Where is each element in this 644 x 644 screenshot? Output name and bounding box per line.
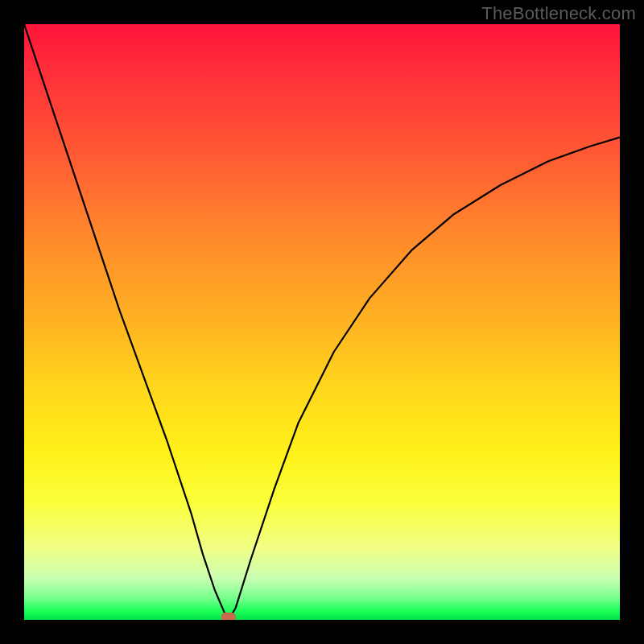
chart-frame: TheBottleneck.com (0, 0, 644, 644)
minimum-marker (221, 613, 236, 620)
bottleneck-curve (24, 24, 620, 620)
watermark-text: TheBottleneck.com (481, 3, 636, 24)
chart-svg (24, 24, 620, 620)
plot-area (24, 24, 620, 620)
